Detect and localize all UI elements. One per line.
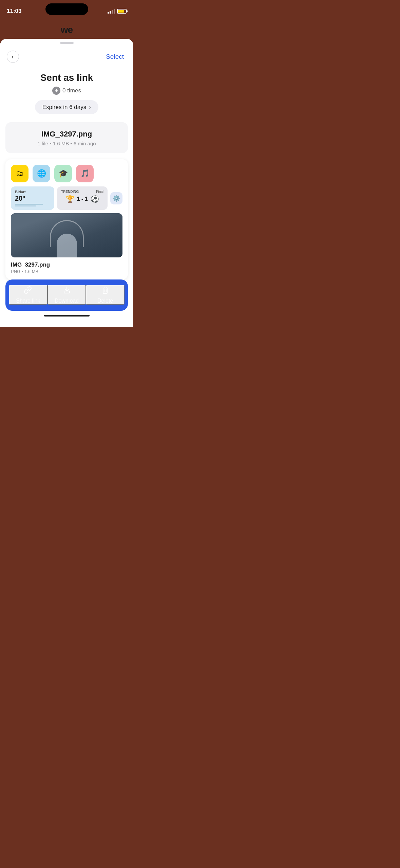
sheet-header: ‹ Select — [0, 47, 133, 63]
preview-file-meta: PNG • 1.6 MB — [11, 269, 122, 274]
weather-line-1 — [15, 204, 43, 205]
transfer-title: Sent as link — [40, 72, 93, 83]
file-card-meta: 1 file • 1.6 MB • 6 min ago — [37, 141, 96, 146]
sports-score: 1 - 1 — [77, 196, 88, 202]
back-button[interactable]: ‹ — [7, 51, 19, 63]
sports-team-2: ⚽ — [91, 195, 99, 203]
wetransfer-logo: we — [61, 24, 73, 35]
preview-file-info: IMG_3297.png PNG • 1.6 MB — [11, 261, 122, 274]
bottom-sheet: ‹ Select Sent as link 0 times Expires in… — [0, 39, 133, 327]
share-link-label: Share link — [16, 298, 40, 304]
transfer-info: Sent as link 0 times Expires in 6 days › — [0, 72, 133, 114]
download-button[interactable]: Download — [47, 285, 86, 305]
sports-team-1: 🏆 — [66, 195, 74, 203]
delete-button[interactable]: Delete — [86, 285, 125, 305]
app-icon-1: 🗂 — [11, 165, 28, 182]
signal-bar-4 — [114, 9, 115, 14]
link-icon — [24, 286, 33, 295]
sports-score-row: 🏆 1 - 1 ⚽ — [61, 195, 103, 203]
app-icon-3: 🎓 — [54, 165, 72, 182]
status-indicators — [108, 9, 127, 14]
arrow-down-icon — [54, 89, 59, 93]
widget-row: Bidart 20° Trending Final 🏆 1 - 1 ⚽ ⚙️ — [11, 186, 122, 210]
battery-icon — [117, 9, 127, 14]
downloads-count-text: 0 times — [62, 87, 81, 94]
file-card-name: IMG_3297.png — [41, 130, 92, 139]
trash-icon — [101, 286, 110, 295]
app-icon-2: 🌐 — [33, 165, 50, 182]
dynamic-island — [45, 3, 88, 15]
delete-icon — [100, 286, 110, 295]
sports-label: Trending — [61, 190, 79, 194]
weather-location: Bidart — [15, 190, 50, 194]
expires-text: Expires in 6 days — [42, 104, 86, 111]
app-icons-row: 🗂 🌐 🎓 🎵 — [11, 165, 122, 182]
expires-badge[interactable]: Expires in 6 days › — [35, 100, 98, 114]
app-icon-4: 🎵 — [76, 165, 94, 182]
sports-widget: Trending Final 🏆 1 - 1 ⚽ — [57, 186, 108, 210]
download-arrow-icon — [62, 286, 71, 295]
signal-bar-1 — [108, 12, 109, 14]
signal-bar-2 — [110, 11, 111, 14]
drag-handle[interactable] — [60, 42, 74, 44]
action-bar: Share link Download Delet — [5, 279, 128, 311]
delete-label: Delete — [97, 298, 113, 304]
image-preview — [11, 213, 122, 257]
home-indicator — [44, 315, 90, 317]
sports-final-label: Final — [96, 190, 103, 194]
select-button[interactable]: Select — [103, 52, 127, 62]
preview-card[interactable]: 🗂 🌐 🎓 🎵 Bidart 20° Trending Final — [5, 159, 128, 279]
status-bar: 11:03 — [0, 0, 133, 18]
expires-chevron-icon: › — [89, 104, 91, 111]
download-icon — [62, 286, 72, 295]
status-time: 11:03 — [7, 8, 21, 15]
share-link-button[interactable]: Share link — [9, 285, 47, 305]
signal-bars — [108, 9, 115, 14]
share-link-icon — [23, 286, 33, 295]
signal-bar-3 — [112, 10, 113, 14]
file-card: IMG_3297.png 1 file • 1.6 MB • 6 min ago — [5, 122, 128, 153]
logo-area: we — [0, 18, 133, 39]
back-chevron-icon: ‹ — [12, 54, 14, 60]
transfer-downloads: 0 times — [52, 87, 81, 95]
weather-line-2 — [15, 205, 36, 206]
download-count-icon — [52, 87, 60, 95]
battery-fill — [118, 10, 124, 13]
download-label: Download — [55, 298, 79, 304]
weather-lines — [15, 204, 50, 206]
extra-widget: ⚙️ — [110, 192, 122, 204]
image-silhouette — [11, 213, 122, 257]
weather-temp: 20° — [15, 195, 50, 202]
image-figure-decoration — [57, 234, 77, 257]
weather-widget: Bidart 20° — [11, 186, 54, 210]
preview-file-name: IMG_3297.png — [11, 261, 122, 268]
